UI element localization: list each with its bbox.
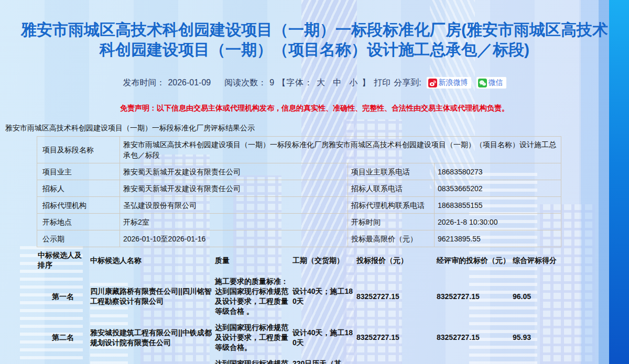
- disclaimer-text: 免责声明：以下信息由交易主体或代理机构发布，信息的真实性、准确性、完整性、合法性…: [0, 104, 629, 113]
- views-count: 9: [269, 78, 274, 87]
- max-price-value: 96213895.55: [435, 230, 561, 247]
- font-size-small-link[interactable]: 小: [349, 78, 358, 87]
- header-candidate-name: 中标候选人名称: [89, 247, 214, 273]
- table-row: 公示期 2026-01-10至2026-01-16 投标最高限价（元） 9621…: [37, 230, 561, 247]
- publicity-period-value: 2026-01-10至2026-01-16: [120, 230, 348, 247]
- candidate-bid-price: 83252727.15: [355, 273, 436, 319]
- tenderer-phone-value: 08353665202: [435, 180, 561, 197]
- share-wechat-button[interactable]: 微信: [476, 77, 506, 89]
- font-size-switcher: 【字体：大中小】: [277, 78, 371, 89]
- share-label: 分享到:: [394, 78, 421, 89]
- header-quality: 质量: [214, 247, 291, 273]
- weibo-icon: [428, 79, 437, 87]
- page-title: 雅安市雨城区高技术科创园建设项目（一期）一标段标准化厂房(雅安市雨城区高技术科创…: [16, 0, 613, 60]
- table-row: 招标人 雅安蜀天新城开发建设有限责任公司 招标人联系电话 08353665202: [37, 180, 561, 197]
- candidate-rank: 第二名: [37, 319, 89, 356]
- header-evaluated-price: 经评审的投标价（元）: [436, 247, 512, 273]
- candidate-period: 220日历天（其中：设计40天，施工180天): [291, 356, 355, 364]
- candidate-bid-price: 83252727.18: [355, 356, 436, 364]
- publish-time-value: 2026-01-09: [168, 78, 211, 87]
- candidate-row-1: 第一名 四川康藏路桥有限责任公司||四川铭智工程勘察设计有限公司 施工要求的质量…: [37, 273, 561, 319]
- project-name-value: 雅安市雨城区高技术科创园建设项目（一期）一标段标准化厂房雅安市雨城区高技术科创园…: [120, 137, 561, 163]
- publicity-period-label: 公示期: [37, 230, 120, 247]
- owner-phone-label: 项目业主联系电话: [348, 163, 435, 180]
- font-label-start: 【字体：: [277, 78, 313, 87]
- candidate-period: 设计40天；施工180天: [291, 273, 355, 319]
- agency-value: 圣弘建设股份有限公司: [120, 197, 348, 214]
- header-rank: 中标候选人及排序: [37, 247, 89, 273]
- candidate-evaluated-price: 83252727.15: [436, 319, 512, 356]
- views-label: 阅读次数：: [224, 78, 266, 89]
- wechat-icon: [478, 79, 487, 87]
- header-score: 综合评标得分: [512, 247, 561, 273]
- candidate-period: 设计40天，施工180天: [291, 319, 355, 356]
- candidate-row-2: 第二名 雅安城投建筑工程有限公司||中铁成都规划设计院有限责任公司 达到国家现行…: [37, 319, 561, 356]
- candidates-table: 中标候选人及排序 中标候选人名称 质量 工期（交货期） 投标报价（元） 经评审的…: [37, 247, 561, 364]
- tenderer-label: 招标人: [37, 180, 120, 197]
- candidate-bid-price: 83252727.15: [355, 319, 436, 356]
- header-bid-price: 投标报价（元）: [355, 247, 436, 273]
- candidate-name: 雅安城投建筑工程有限公司||中铁成都规划设计院有限责任公司: [89, 319, 214, 356]
- candidate-quality: 达到国家现行标准规范及设计要求，工程质量等级合格。: [214, 319, 291, 356]
- meta-bar: 发布时间：2026-01-09 阅读次数：9 【字体：大中小】 打印 分享到: …: [0, 77, 629, 89]
- share-weibo-label: 新浪微博: [439, 78, 468, 87]
- candidate-rank: 第三名: [37, 356, 89, 364]
- publish-time-label: 发布时间：: [123, 78, 165, 89]
- table-row: 项目业主 雅安蜀天新城开发建设有限责任公司 项目业主联系电话 186835802…: [37, 163, 561, 180]
- project-info-table: 项目及标段名称 雅安市雨城区高技术科创园建设项目（一期）一标段标准化厂房雅安市雨…: [37, 136, 561, 247]
- header-period: 工期（交货期）: [291, 247, 355, 273]
- print-link[interactable]: 打印: [374, 78, 391, 89]
- owner-phone-value: 18683580273: [435, 163, 561, 180]
- candidate-evaluated-price: 83252727.18: [436, 356, 512, 364]
- table-row: 开标地点 开标2室 开标时间 2026-1-8 10:30:00: [37, 214, 561, 230]
- tenderer-phone-label: 招标人联系电话: [348, 180, 435, 197]
- candidate-evaluated-price: 83252727.15: [436, 273, 512, 319]
- font-size-medium-link[interactable]: 中: [333, 78, 342, 87]
- candidate-score: 95.93: [512, 319, 561, 356]
- agency-phone-value: 18683855155: [435, 197, 561, 214]
- project-name-label: 项目及标段名称: [37, 137, 120, 163]
- tenderer-value: 雅安蜀天新城开发建设有限责任公司: [120, 180, 348, 197]
- candidate-name: 新疆兵团城建集团有限公司||中船第九设计研究院工程有限公司: [89, 356, 214, 364]
- open-place-label: 开标地点: [37, 214, 120, 230]
- owner-value: 雅安蜀天新城开发建设有限责任公司: [120, 163, 348, 180]
- result-announcement-title: 雅安市雨城区高技术科创园建设项目（一期）一标段标准化厂房评标结果公示: [5, 124, 629, 133]
- candidate-rank: 第一名: [37, 273, 89, 319]
- candidate-score: 95.75: [512, 356, 561, 364]
- open-place-value: 开标2室: [120, 214, 348, 230]
- candidate-row-3: 第三名 新疆兵团城建集团有限公司||中船第九设计研究院工程有限公司 达到国家现行…: [37, 356, 561, 364]
- share-wechat-label: 微信: [489, 78, 503, 87]
- max-price-label: 投标最高限价（元）: [348, 230, 435, 247]
- agency-label: 招标代理机构: [37, 197, 120, 214]
- candidate-name: 四川康藏路桥有限责任公司||四川铭智工程勘察设计有限公司: [89, 273, 214, 319]
- open-time-label: 开标时间: [348, 214, 435, 230]
- agency-phone-label: 招标代理机构联系电话: [348, 197, 435, 214]
- share-weibo-button[interactable]: 新浪微博: [427, 77, 471, 89]
- open-time-value: 2026-1-8 10:30:00: [435, 214, 561, 230]
- candidates-header-row: 中标候选人及排序 中标候选人名称 质量 工期（交货期） 投标报价（元） 经评审的…: [37, 247, 561, 273]
- candidate-quality: 施工要求的质量标准：达到国家现行标准规范及设计要求，工程质量等级合格 。: [214, 273, 291, 319]
- candidate-score: 96.05: [512, 273, 561, 319]
- table-row: 项目及标段名称 雅安市雨城区高技术科创园建设项目（一期）一标段标准化厂房雅安市雨…: [37, 137, 561, 163]
- owner-label: 项目业主: [37, 163, 120, 180]
- main-content: 雅安市雨城区高技术科创园建设项目（一期）一标段标准化厂房(雅安市雨城区高技术科创…: [0, 0, 629, 364]
- candidate-quality: 达到国家现行标准规范及设计要求，工程质量等级合格: [214, 356, 291, 364]
- font-size-large-link[interactable]: 大: [317, 78, 326, 87]
- bid-result-page: { "page": { "title": "雅安市雨城区高技术科创园建设项目（一…: [0, 0, 629, 364]
- font-label-end: 】: [362, 78, 371, 87]
- table-row: 招标代理机构 圣弘建设股份有限公司 招标代理机构联系电话 18683855155: [37, 197, 561, 214]
